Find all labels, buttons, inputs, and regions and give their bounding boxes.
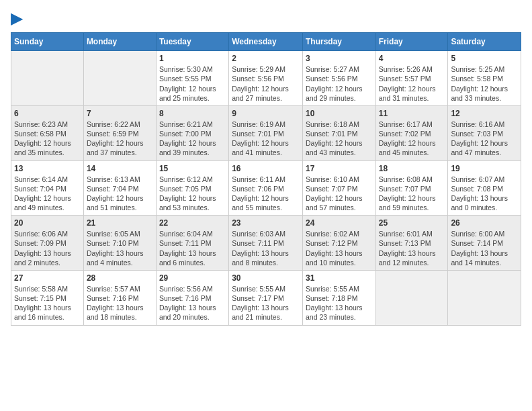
day-info: Sunrise: 6:13 AM Sunset: 7:04 PM Dayligh… xyxy=(87,175,153,213)
day-number: 11 xyxy=(379,109,445,118)
col-header-sunday: Sunday xyxy=(11,33,84,51)
day-info: Sunrise: 6:03 AM Sunset: 7:11 PM Dayligh… xyxy=(232,229,300,267)
day-cell: 9Sunrise: 6:19 AM Sunset: 7:01 PM Daylig… xyxy=(229,105,303,161)
day-number: 27 xyxy=(14,273,81,283)
day-number: 29 xyxy=(159,273,226,283)
day-number: 7 xyxy=(87,109,153,118)
day-number: 6 xyxy=(14,109,81,118)
day-cell: 16Sunrise: 6:11 AM Sunset: 7:06 PM Dayli… xyxy=(229,161,303,216)
day-info: Sunrise: 5:30 AM Sunset: 5:55 PM Dayligh… xyxy=(159,64,226,103)
week-row-3: 20Sunrise: 6:06 AM Sunset: 7:09 PM Dayli… xyxy=(11,216,521,271)
day-info: Sunrise: 6:02 AM Sunset: 7:12 PM Dayligh… xyxy=(306,229,373,267)
day-info: Sunrise: 6:08 AM Sunset: 7:07 PM Dayligh… xyxy=(379,175,445,213)
day-info: Sunrise: 6:06 AM Sunset: 7:09 PM Dayligh… xyxy=(14,229,81,267)
day-cell xyxy=(83,51,156,106)
day-number: 16 xyxy=(232,164,300,173)
day-cell: 28Sunrise: 5:57 AM Sunset: 7:16 PM Dayli… xyxy=(83,270,156,325)
day-cell: 30Sunrise: 5:55 AM Sunset: 7:17 PM Dayli… xyxy=(229,270,303,325)
day-number: 1 xyxy=(159,54,226,63)
day-cell xyxy=(375,270,448,325)
day-cell: 11Sunrise: 6:17 AM Sunset: 7:02 PM Dayli… xyxy=(375,105,448,161)
header-row: SundayMondayTuesdayWednesdayThursdayFrid… xyxy=(11,33,521,51)
day-number: 19 xyxy=(451,164,518,173)
day-cell: 8Sunrise: 6:21 AM Sunset: 7:00 PM Daylig… xyxy=(156,105,228,161)
day-cell xyxy=(448,270,521,325)
day-info: Sunrise: 6:12 AM Sunset: 7:05 PM Dayligh… xyxy=(159,175,226,213)
day-cell: 27Sunrise: 5:58 AM Sunset: 7:15 PM Dayli… xyxy=(11,270,84,325)
day-cell: 2Sunrise: 5:29 AM Sunset: 5:56 PM Daylig… xyxy=(229,51,303,106)
day-info: Sunrise: 5:27 AM Sunset: 5:56 PM Dayligh… xyxy=(306,64,373,103)
day-cell: 20Sunrise: 6:06 AM Sunset: 7:09 PM Dayli… xyxy=(11,216,84,271)
day-cell: 22Sunrise: 6:04 AM Sunset: 7:11 PM Dayli… xyxy=(156,216,228,271)
day-number: 26 xyxy=(451,218,518,228)
week-row-0: 1Sunrise: 5:30 AM Sunset: 5:55 PM Daylig… xyxy=(11,51,521,106)
day-cell: 18Sunrise: 6:08 AM Sunset: 7:07 PM Dayli… xyxy=(375,161,448,216)
day-info: Sunrise: 6:19 AM Sunset: 7:01 PM Dayligh… xyxy=(232,120,300,158)
day-info: Sunrise: 6:22 AM Sunset: 6:59 PM Dayligh… xyxy=(87,120,153,158)
week-row-2: 13Sunrise: 6:14 AM Sunset: 7:04 PM Dayli… xyxy=(11,161,521,216)
day-number: 23 xyxy=(232,218,300,228)
day-cell: 3Sunrise: 5:27 AM Sunset: 5:56 PM Daylig… xyxy=(302,51,375,106)
day-info: Sunrise: 6:16 AM Sunset: 7:03 PM Dayligh… xyxy=(451,120,518,158)
col-header-wednesday: Wednesday xyxy=(229,33,303,51)
day-info: Sunrise: 6:10 AM Sunset: 7:07 PM Dayligh… xyxy=(306,175,373,213)
day-info: Sunrise: 6:07 AM Sunset: 7:08 PM Dayligh… xyxy=(451,175,518,213)
day-info: Sunrise: 6:04 AM Sunset: 7:11 PM Dayligh… xyxy=(159,229,226,267)
day-number: 30 xyxy=(232,273,300,283)
day-number: 28 xyxy=(87,273,153,283)
day-cell: 17Sunrise: 6:10 AM Sunset: 7:07 PM Dayli… xyxy=(302,161,375,216)
day-info: Sunrise: 6:01 AM Sunset: 7:13 PM Dayligh… xyxy=(379,229,445,267)
day-cell: 10Sunrise: 6:18 AM Sunset: 7:01 PM Dayli… xyxy=(302,105,375,161)
day-info: Sunrise: 5:26 AM Sunset: 5:57 PM Dayligh… xyxy=(379,64,445,103)
logo: ▶ xyxy=(11,11,22,27)
day-cell: 12Sunrise: 6:16 AM Sunset: 7:03 PM Dayli… xyxy=(448,105,521,161)
day-info: Sunrise: 6:05 AM Sunset: 7:10 PM Dayligh… xyxy=(87,229,153,267)
day-cell: 21Sunrise: 6:05 AM Sunset: 7:10 PM Dayli… xyxy=(83,216,156,271)
week-row-1: 6Sunrise: 6:23 AM Sunset: 6:58 PM Daylig… xyxy=(11,105,521,161)
day-info: Sunrise: 6:17 AM Sunset: 7:02 PM Dayligh… xyxy=(379,120,445,158)
day-number: 17 xyxy=(306,164,373,173)
day-info: Sunrise: 5:29 AM Sunset: 5:56 PM Dayligh… xyxy=(232,64,300,103)
day-info: Sunrise: 5:25 AM Sunset: 5:58 PM Dayligh… xyxy=(451,64,518,103)
day-number: 2 xyxy=(232,54,300,63)
day-cell: 15Sunrise: 6:12 AM Sunset: 7:05 PM Dayli… xyxy=(156,161,228,216)
day-number: 10 xyxy=(306,109,373,118)
day-cell: 19Sunrise: 6:07 AM Sunset: 7:08 PM Dayli… xyxy=(448,161,521,216)
col-header-thursday: Thursday xyxy=(302,33,375,51)
day-cell xyxy=(11,51,84,106)
day-info: Sunrise: 6:00 AM Sunset: 7:14 PM Dayligh… xyxy=(451,229,518,267)
day-number: 12 xyxy=(451,109,518,118)
day-info: Sunrise: 6:23 AM Sunset: 6:58 PM Dayligh… xyxy=(14,120,81,158)
day-cell: 1Sunrise: 5:30 AM Sunset: 5:55 PM Daylig… xyxy=(156,51,228,106)
day-info: Sunrise: 5:55 AM Sunset: 7:18 PM Dayligh… xyxy=(306,284,373,322)
logo-bird-icon: ▶ xyxy=(11,10,22,27)
day-number: 15 xyxy=(159,164,226,173)
day-info: Sunrise: 5:56 AM Sunset: 7:16 PM Dayligh… xyxy=(159,284,226,322)
col-header-friday: Friday xyxy=(375,33,448,51)
day-number: 20 xyxy=(14,218,81,228)
day-number: 18 xyxy=(379,164,445,173)
day-info: Sunrise: 6:14 AM Sunset: 7:04 PM Dayligh… xyxy=(14,175,81,213)
day-cell: 7Sunrise: 6:22 AM Sunset: 6:59 PM Daylig… xyxy=(83,105,156,161)
day-number: 21 xyxy=(87,218,153,228)
day-cell: 25Sunrise: 6:01 AM Sunset: 7:13 PM Dayli… xyxy=(375,216,448,271)
day-number: 8 xyxy=(159,109,226,118)
day-number: 25 xyxy=(379,218,445,228)
day-cell: 6Sunrise: 6:23 AM Sunset: 6:58 PM Daylig… xyxy=(11,105,84,161)
day-cell: 5Sunrise: 5:25 AM Sunset: 5:58 PM Daylig… xyxy=(448,51,521,106)
day-cell: 14Sunrise: 6:13 AM Sunset: 7:04 PM Dayli… xyxy=(83,161,156,216)
calendar-table: SundayMondayTuesdayWednesdayThursdayFrid… xyxy=(11,32,521,325)
day-number: 31 xyxy=(306,273,373,283)
day-number: 14 xyxy=(87,164,153,173)
col-header-saturday: Saturday xyxy=(448,33,521,51)
day-info: Sunrise: 6:11 AM Sunset: 7:06 PM Dayligh… xyxy=(232,175,300,213)
day-cell: 26Sunrise: 6:00 AM Sunset: 7:14 PM Dayli… xyxy=(448,216,521,271)
day-number: 22 xyxy=(159,218,226,228)
day-cell: 4Sunrise: 5:26 AM Sunset: 5:57 PM Daylig… xyxy=(375,51,448,106)
day-number: 3 xyxy=(306,54,373,63)
day-info: Sunrise: 5:58 AM Sunset: 7:15 PM Dayligh… xyxy=(14,284,81,322)
day-cell: 29Sunrise: 5:56 AM Sunset: 7:16 PM Dayli… xyxy=(156,270,228,325)
day-number: 5 xyxy=(451,54,518,63)
day-info: Sunrise: 5:55 AM Sunset: 7:17 PM Dayligh… xyxy=(232,284,300,322)
day-number: 13 xyxy=(14,164,81,173)
